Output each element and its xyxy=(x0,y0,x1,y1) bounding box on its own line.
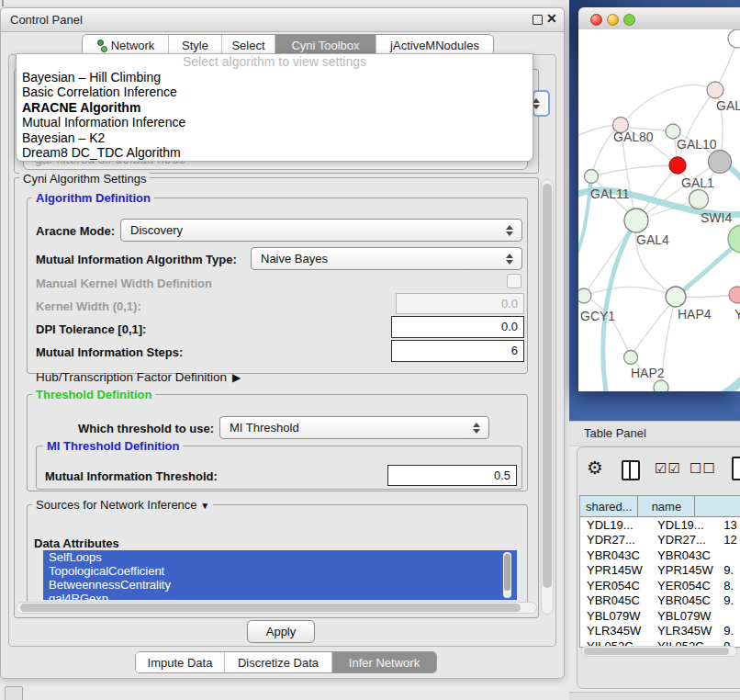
tab-select[interactable]: Select xyxy=(222,35,275,55)
table-row[interactable]: YPR145WYPR145W9. xyxy=(580,563,740,579)
mi-threshold-field[interactable]: 0.5 xyxy=(387,465,517,486)
kernel-width-label: Kernel Width (0,1): xyxy=(36,299,141,313)
algorithm-select-popup: Select algorithm to view settings Bayesi… xyxy=(16,53,533,162)
checked-boxes-icon[interactable]: ☑☑ xyxy=(655,460,681,477)
table-cell: YPR145W xyxy=(580,563,651,577)
tab-discretize-data[interactable]: Discretize Data xyxy=(225,652,332,672)
apply-button[interactable]: Apply xyxy=(247,620,315,643)
table-cell: 8. xyxy=(720,579,740,593)
table-cell: 12 xyxy=(720,533,740,547)
network-node[interactable] xyxy=(707,82,723,98)
cyni-algorithm-settings-title: Cyni Algorithm Settings xyxy=(19,172,150,186)
mi-threshold-label: Mutual Information Threshold: xyxy=(45,469,218,483)
scrollbar-thumb[interactable] xyxy=(584,648,729,655)
network-window-titlebar[interactable] xyxy=(578,7,740,30)
kernel-width-field[interactable]: 0.0 xyxy=(396,293,524,314)
threshold-definition-title: Threshold Definition xyxy=(32,388,155,401)
network-node[interactable] xyxy=(690,190,709,209)
algorithm-option-basic-correlation-inference[interactable]: Basic Correlation Inference xyxy=(17,85,533,99)
table-cell: YER054C xyxy=(651,579,720,593)
algorithm-combo-arrow-button[interactable] xyxy=(533,90,550,117)
column-header-name[interactable]: name xyxy=(638,496,695,517)
column-header-shared[interactable]: shared... xyxy=(580,496,638,517)
attribute-betweennesscentrality[interactable]: BetweennessCentrality xyxy=(43,578,517,592)
tab-label: Impute Data xyxy=(148,656,213,670)
tab-infer-network[interactable]: Infer Network xyxy=(332,652,436,672)
mi-threshold-value: 0.5 xyxy=(494,469,510,482)
attribute-gal4rgexp[interactable]: gal4RGexp xyxy=(43,592,517,600)
table-row[interactable]: YBR043CYBR043C xyxy=(580,548,740,563)
algorithm-option-mutual-information-inference[interactable]: Mutual Information Inference xyxy=(17,115,533,130)
algorithm-option-bayesian-hill-climbing[interactable]: Bayesian – Hill Climbing xyxy=(17,70,533,85)
control-panel-titlebar[interactable]: Control Panel ✕ xyxy=(1,8,564,32)
network-node[interactable] xyxy=(654,380,668,391)
columns-icon[interactable] xyxy=(622,460,640,480)
network-node[interactable] xyxy=(729,287,740,303)
algorithm-option-aracne-algorithm[interactable]: ARACNE Algorithm xyxy=(17,100,533,115)
tab-cyni-toolbox[interactable]: Cyni Toolbox xyxy=(275,35,376,55)
mi-steps-field[interactable]: 6 xyxy=(391,340,524,362)
algorithm-option-dream8-dc-tdc-algorithm[interactable]: Dream8 DC_TDC Algorithm xyxy=(17,145,533,160)
close-icon[interactable]: ✕ xyxy=(546,11,557,26)
table-row[interactable]: YLR345WYLR345W9. xyxy=(580,624,740,639)
scrollbar-thumb[interactable] xyxy=(543,184,552,588)
network-node[interactable] xyxy=(624,351,638,365)
table-row[interactable]: YBR045CYBR045C9. xyxy=(580,593,740,609)
column-header-hidden[interactable] xyxy=(695,496,740,517)
sources-toggle[interactable]: Sources for Network Inference ▼ xyxy=(32,498,213,512)
network-node[interactable] xyxy=(585,170,599,184)
network-node[interactable] xyxy=(709,151,732,174)
algorithm-option-bayesian-k2[interactable]: Bayesian – K2 xyxy=(17,130,533,145)
tab-label: Discretize Data xyxy=(238,656,319,670)
table-cell: 9. xyxy=(720,593,740,607)
table-row[interactable]: YER054CYER054C8. xyxy=(580,578,740,593)
table-row[interactable]: YDR27...YDR27...12 xyxy=(580,533,740,548)
hub-definition-toggle[interactable]: Hub/Transcription Factor Definition▶ xyxy=(36,370,241,384)
data-attributes-label: Data Attributes xyxy=(34,536,119,550)
table-row[interactable]: YBL079WYBL079W xyxy=(580,608,740,624)
gear-icon[interactable]: ⚙ xyxy=(587,457,603,479)
table-header-row: shared...name xyxy=(580,496,740,517)
mini-corner-button[interactable] xyxy=(5,686,23,700)
scrollbar-thumb[interactable] xyxy=(20,604,521,612)
scrollbar-thumb[interactable] xyxy=(504,554,510,591)
table-row[interactable]: YDL19...YDL19...13 xyxy=(580,517,740,533)
network-node-label: Y xyxy=(734,307,740,322)
data-attributes-list[interactable]: SelfLoopsTopologicalCoefficientBetweenne… xyxy=(43,550,517,600)
mi-algorithm-type-value: Naive Bayes xyxy=(261,252,328,265)
tab-style[interactable]: Style xyxy=(169,35,222,55)
attribute-topologicalcoefficient[interactable]: TopologicalCoefficient xyxy=(43,564,517,578)
which-threshold-combo[interactable]: MI Threshold xyxy=(219,416,489,439)
mi-threshold-definition-title: MI Threshold Definition xyxy=(43,439,183,453)
spinner-arrows-icon xyxy=(533,98,541,109)
zoom-window-icon[interactable] xyxy=(623,14,635,26)
tab-network[interactable]: Network xyxy=(83,35,169,55)
tab-jactivemnodules[interactable]: jActiveMNodules xyxy=(376,35,493,55)
network-canvas-svg: GALGAL80GAL10GAL1GAL11SWI4GAL4GCY1HAP4YH… xyxy=(578,29,740,391)
unchecked-boxes-icon[interactable]: ☐☐ xyxy=(690,460,716,477)
settings-horizontal-scrollbar[interactable] xyxy=(16,602,537,614)
attribute-selfloops[interactable]: SelfLoops xyxy=(43,550,517,564)
network-canvas[interactable]: GALGAL80GAL10GAL1GAL11SWI4GAL4GCY1HAP4YH… xyxy=(578,29,740,391)
network-node-label: GAL1 xyxy=(681,175,714,190)
network-node[interactable] xyxy=(669,157,686,174)
tab-impute-data[interactable]: Impute Data xyxy=(136,652,225,672)
network-node[interactable] xyxy=(578,288,591,303)
aracne-mode-combo[interactable]: Discovery xyxy=(120,219,522,242)
minimize-window-icon[interactable] xyxy=(607,14,619,26)
table-horizontal-scrollbar[interactable] xyxy=(581,646,737,657)
dpi-tolerance-field[interactable]: 0.0 xyxy=(391,316,524,338)
attributes-list-scrollbar[interactable] xyxy=(503,552,511,598)
mi-algorithm-type-combo[interactable]: Naive Bayes xyxy=(251,247,522,270)
algorithm-definition-title: Algorithm Definition xyxy=(32,191,154,205)
close-window-icon[interactable] xyxy=(590,14,602,26)
document-icon[interactable] xyxy=(732,457,740,480)
network-node[interactable] xyxy=(666,287,686,307)
settings-vertical-scrollbar[interactable] xyxy=(541,179,554,615)
table-panel-titlebar: Table Panel xyxy=(569,421,740,446)
network-node[interactable] xyxy=(728,29,740,48)
network-node[interactable] xyxy=(624,209,648,232)
bottom-toolbar-band xyxy=(569,692,740,700)
float-window-icon[interactable] xyxy=(533,15,543,25)
manual-kernel-width-checkbox[interactable] xyxy=(507,274,521,288)
